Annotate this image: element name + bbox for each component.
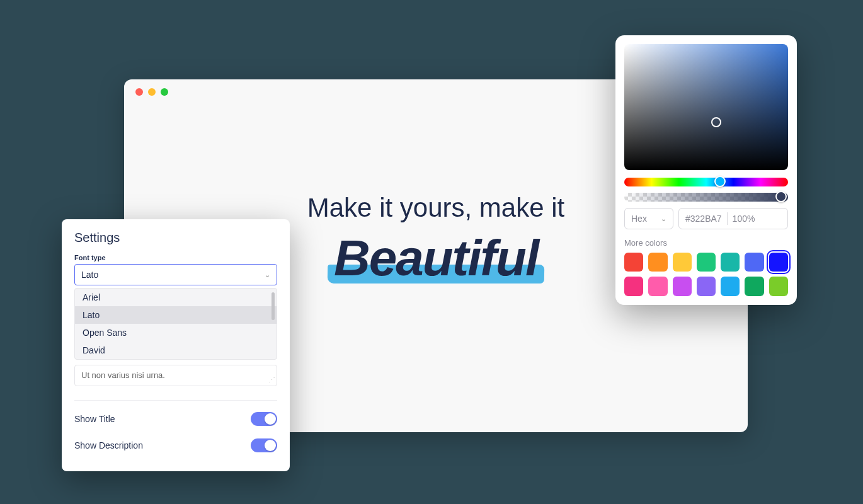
color-swatch-6[interactable] [769,253,788,272]
color-input-row: Hex ⌄ #322BA7 100% [624,208,788,229]
close-window-icon[interactable] [135,88,143,96]
minimize-window-icon[interactable] [148,88,156,96]
divider [74,400,277,401]
emphasis-text: Beautiful [334,229,538,287]
color-swatch-12[interactable] [745,277,763,295]
maximize-window-icon[interactable] [161,88,168,96]
color-picker-panel: Hex ⌄ #322BA7 100% More colors [615,35,797,305]
show-title-label: Show Title [74,414,115,424]
textarea-value: Ut non varius nisi urna. [81,370,165,380]
font-option-ariel[interactable]: Ariel [75,289,277,306]
color-swatch-1[interactable] [648,253,667,272]
resize-handle-icon[interactable]: ⋰ [268,376,275,384]
settings-panel: Settings Font type Lato ⌄ Ariel Lato Ope… [62,219,290,471]
color-swatch-4[interactable] [721,253,740,272]
color-saturation-canvas[interactable] [624,44,788,170]
alpha-thumb-icon[interactable] [775,191,787,202]
show-title-toggle[interactable] [251,412,277,426]
color-swatch-2[interactable] [673,253,692,272]
hue-slider[interactable] [624,178,788,186]
color-swatch-11[interactable] [721,277,740,295]
show-description-label: Show Description [74,440,143,450]
input-divider [727,212,728,225]
description-textarea[interactable]: Ut non varius nisi urna. ⋰ [74,365,277,386]
color-swatch-7[interactable] [624,277,643,295]
chevron-down-icon: ⌄ [661,215,666,223]
color-swatch-8[interactable] [648,277,667,295]
hue-thumb-icon[interactable] [714,176,726,187]
font-option-lato[interactable]: Lato [75,306,277,324]
color-swatch-9[interactable] [673,277,692,295]
show-description-row: Show Description [62,432,290,459]
font-type-value: Lato [81,270,98,280]
more-colors-label: More colors [624,238,788,248]
hex-value: #322BA7 [685,214,722,224]
alpha-slider[interactable] [624,193,788,202]
color-swatch-13[interactable] [769,277,788,295]
alpha-value: 100% [733,214,755,224]
font-type-select[interactable]: Lato ⌄ [74,264,277,285]
color-format-select[interactable]: Hex ⌄ [624,208,673,229]
color-swatch-10[interactable] [697,277,716,295]
dropdown-scrollbar[interactable] [271,292,275,320]
emphasis-wrap: Beautiful [334,229,538,287]
color-cursor-icon[interactable] [711,117,721,127]
hex-input[interactable]: #322BA7 100% [678,208,788,229]
font-dropdown-list: Ariel Lato Open Sans David [74,288,277,360]
toggle-knob-icon [265,440,276,451]
settings-title: Settings [62,231,290,254]
show-title-row: Show Title [62,406,290,432]
font-option-david[interactable]: David [75,341,277,359]
toggle-knob-icon [265,413,276,425]
color-swatch-0[interactable] [624,253,643,272]
font-option-opensans[interactable]: Open Sans [75,324,277,341]
font-type-label: Font type [62,254,290,264]
color-swatch-5[interactable] [745,253,763,272]
color-format-value: Hex [631,214,647,224]
swatch-grid [624,253,788,296]
chevron-down-icon: ⌄ [265,271,270,279]
show-description-toggle[interactable] [251,438,277,452]
color-swatch-3[interactable] [697,253,716,272]
